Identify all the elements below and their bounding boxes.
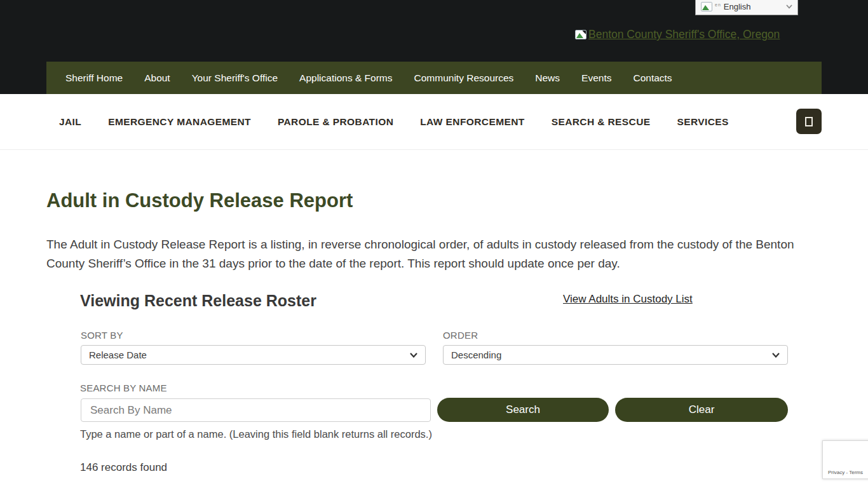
chevron-down-icon: [772, 353, 780, 358]
broken-flag-icon: [701, 2, 712, 11]
site-link-label: Benton County Sheriff's Office, Oregon: [588, 28, 780, 41]
search-by-name-input[interactable]: [81, 398, 431, 422]
page-description: The Adult in Custody Release Report is a…: [46, 235, 795, 273]
main-nav-item-applications-forms[interactable]: Applications & Forms: [288, 62, 403, 94]
recaptcha-privacy-terms[interactable]: Privacy - Terms: [828, 470, 863, 475]
secondary-nav-item-jail[interactable]: JAIL: [59, 116, 81, 128]
recaptcha-badge[interactable]: Privacy - Terms: [822, 440, 868, 479]
page-title: Adult in Custody Release Report: [46, 189, 353, 212]
records-found-text: 146 records found: [80, 461, 167, 474]
main-nav-item-community-resources[interactable]: Community Resources: [403, 62, 525, 94]
chevron-down-icon: [410, 353, 417, 358]
search-helper-text: Type a name or part of a name. (Leaving …: [80, 428, 432, 440]
search-button[interactable]: Search: [437, 398, 609, 422]
secondary-nav: JAILEMERGENCY MANAGEMENTPAROLE & PROBATI…: [0, 94, 868, 150]
top-header: en English Benton County Sheriff's Offic…: [0, 0, 868, 94]
language-selected-label: English: [724, 2, 751, 11]
sort-by-select[interactable]: Release Date: [81, 345, 426, 365]
main-nav-item-sheriff-home[interactable]: Sheriff Home: [55, 62, 133, 94]
chevron-down-icon: [786, 4, 792, 9]
order-selected-value: Descending: [451, 349, 501, 360]
site-logo-link[interactable]: Benton County Sheriff's Office, Oregon: [575, 28, 780, 41]
search-by-name-label: SEARCH BY NAME: [80, 383, 167, 393]
search-toggle-button[interactable]: [796, 109, 822, 134]
main-nav-item-events[interactable]: Events: [571, 62, 622, 94]
secondary-nav-item-parole-probation[interactable]: PAROLE & PROBATION: [278, 116, 393, 128]
main-nav-item-news[interactable]: News: [524, 62, 571, 94]
search-icon: [805, 117, 813, 126]
order-select[interactable]: Descending: [443, 345, 788, 365]
sort-by-selected-value: Release Date: [89, 349, 147, 360]
sort-by-label: SORT BY: [81, 330, 123, 341]
secondary-nav-item-law-enforcement[interactable]: LAW ENFORCEMENT: [420, 116, 524, 128]
secondary-nav-item-services[interactable]: SERVICES: [677, 116, 729, 128]
main-nav-item-contacts[interactable]: Contacts: [622, 62, 682, 94]
main-nav-item-about[interactable]: About: [133, 62, 181, 94]
language-selector[interactable]: en English: [695, 0, 798, 15]
roster-heading: Viewing Recent Release Roster: [80, 292, 316, 310]
language-code-label: en: [715, 3, 721, 7]
secondary-nav-item-search-rescue[interactable]: SEARCH & RESCUE: [552, 116, 651, 128]
clear-button[interactable]: Clear: [615, 398, 788, 422]
secondary-nav-item-emergency-management[interactable]: EMERGENCY MANAGEMENT: [108, 116, 251, 128]
broken-image-icon: [575, 30, 587, 39]
view-custody-list-link[interactable]: View Adults in Custody List: [563, 293, 693, 306]
order-label: ORDER: [443, 330, 478, 341]
main-nav-item-your-sheriff-s-office[interactable]: Your Sheriff's Office: [181, 62, 288, 94]
main-nav: Sheriff HomeAboutYour Sheriff's OfficeAp…: [46, 62, 822, 94]
